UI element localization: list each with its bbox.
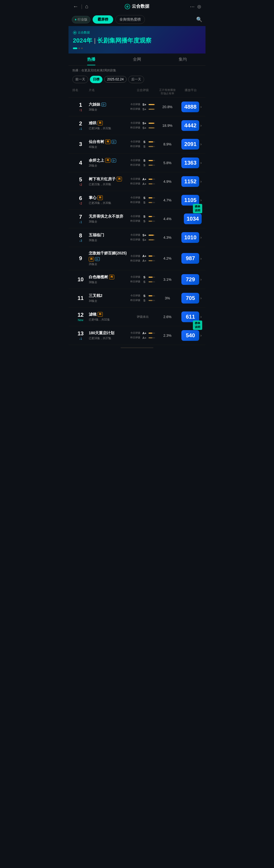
- bangdan-label[interactable]: 榜单说明: [193, 204, 202, 213]
- title-name: 掌心网: [89, 195, 130, 200]
- rating-grade: A+: [141, 254, 147, 258]
- yesterday-bar-fill: [148, 260, 152, 261]
- rank-number: 13: [77, 331, 83, 337]
- market-col: 8.9%: [155, 142, 180, 146]
- score-arrow: ›: [200, 296, 202, 300]
- target-icon[interactable]: ◎: [197, 4, 201, 9]
- title-name: 怎敌她千娇百媚(2025)网▷: [89, 251, 130, 261]
- bangdan-label[interactable]: 榜单说明: [193, 320, 202, 330]
- title-sub: 38集全: [89, 108, 130, 112]
- badge-net: 网: [117, 177, 122, 181]
- score-box: 4442: [181, 120, 199, 131]
- rating-col: 今日评级 S+ 昨日评级 S+: [130, 103, 155, 111]
- title-name: 三叉戟2: [89, 293, 130, 298]
- search-icon[interactable]: 🔍: [196, 17, 202, 23]
- yesterday-label: 昨日评级: [130, 163, 140, 167]
- yesterday-label: 昨日评级: [130, 107, 140, 111]
- yesterday-rating-row: 昨日评级 S: [130, 280, 155, 283]
- score-arrow: ›: [200, 277, 202, 282]
- table-row[interactable]: 6 ↑2 掌心网 已更26集，共30集 今日评级 S 昨日评级: [69, 191, 205, 210]
- yesterday-bar-fill: [148, 202, 152, 203]
- score-arrow: ›: [200, 256, 202, 261]
- table-row[interactable]: 5 ↑2 树下有片红房子网 已更22集，共30集 今日评级 A+ 昨日评级: [69, 172, 205, 191]
- today-label: 今日评级: [130, 331, 140, 335]
- home-icon[interactable]: ⌂: [85, 3, 89, 10]
- today-bar-fill: [148, 104, 155, 105]
- table-row[interactable]: 10 白色橄榄树网 38集全 今日评级 S 昨日评级 S: [69, 270, 205, 289]
- more-icon[interactable]: ···: [190, 3, 195, 10]
- rank-col: 4: [72, 160, 89, 166]
- yesterday-bar-bg: [148, 221, 155, 222]
- yesterday-bar-fill: [148, 300, 152, 301]
- title-name: 树下有片红房子网: [89, 177, 130, 182]
- rank-change: ↓1: [79, 221, 82, 224]
- th-rank: 排名: [72, 88, 89, 95]
- title-col: 树下有片红房子网 已更22集，共30集: [89, 177, 130, 186]
- rating-grade: S: [141, 215, 147, 218]
- table-row[interactable]: 12 New 滤镜网 已更4集，共32集 评级未出 2.6% 611 › 榜单说…: [69, 308, 205, 326]
- market-col: 4.3%: [155, 236, 180, 240]
- table-row[interactable]: 9 怎敌她千娇百媚(2025)网▷ 26集全 今日评级 A+ 昨日评级: [69, 247, 205, 270]
- bangdan-badge[interactable]: 榜单说明: [193, 320, 202, 330]
- banner: 云合数据 2024年 | 长剧集网播年度观察: [69, 26, 205, 54]
- title-col: 仙台有树网▷ 40集全: [89, 140, 130, 149]
- sub-tab-allnet[interactable]: 全网: [114, 54, 160, 65]
- yesterday-bar-fill: [148, 183, 152, 184]
- today-rating-row: 今日评级 S+: [130, 103, 155, 106]
- badge-net: 网: [98, 312, 103, 317]
- rank-number: 5: [79, 177, 82, 183]
- today-bar-bg: [148, 216, 155, 217]
- rating-wrapper: 今日评级 S 昨日评级 S: [130, 196, 155, 204]
- next-day-btn[interactable]: 后一天: [128, 76, 144, 83]
- yesterday-label: 昨日评级: [130, 126, 140, 129]
- today-bar-fill: [148, 160, 153, 161]
- table-row[interactable]: 13 ↓1 180天重启计划 已更16集，共27集 今日评级 A+ 昨日评级: [69, 326, 205, 345]
- header-left: ← | ⌂: [73, 3, 89, 10]
- title-sub: 34集全: [89, 299, 130, 303]
- badge-net: 网: [98, 195, 103, 200]
- badge-net: 网: [98, 121, 103, 125]
- score-box: 1152: [181, 176, 199, 187]
- rank-change: ↑2: [79, 202, 82, 205]
- back-icon[interactable]: ←: [73, 3, 78, 10]
- table-row[interactable]: 3 仙台有树网▷ 40集全 今日评级 S 昨日评级 S: [69, 135, 205, 154]
- today-bar-bg: [148, 141, 155, 143]
- daily-rank-btn[interactable]: 日榜: [90, 76, 102, 83]
- bangdan-badge[interactable]: 榜单说明: [193, 204, 202, 213]
- score-arrow: ›: [200, 198, 202, 202]
- svg-point-1: [126, 5, 129, 8]
- score-col: 1363 ›: [180, 157, 202, 168]
- today-bar-fill: [148, 141, 153, 143]
- tab-baping[interactable]: 霸屏榜: [93, 16, 113, 24]
- rating-wrapper: 今日评级 S 昨日评级 S: [130, 159, 155, 167]
- rating-grade: S+: [141, 103, 147, 106]
- score-box: 1034: [184, 214, 202, 224]
- sub-tab-episode[interactable]: 集均: [160, 54, 205, 65]
- yesterday-bar-bg: [148, 109, 155, 110]
- yesterday-bar-fill: [148, 165, 152, 166]
- market-col: 4.7%: [155, 198, 180, 202]
- sub-tab-hotplay[interactable]: 热播: [69, 54, 114, 65]
- filter-note: 热播：在更及完结未满2周的剧集: [72, 68, 202, 72]
- yesterday-bar-fill: [148, 109, 154, 110]
- today-bar-fill: [148, 179, 152, 180]
- today-rating-row: 今日评级 S: [130, 215, 155, 218]
- table-row[interactable]: 11 三叉戟2 34集全 今日评级 S 昨日评级 S: [69, 289, 205, 308]
- app-container: ← | ⌂ 云合数据 ··· ◎ ♦ 行业版 霸屏榜 全舆情热度榜 🔍: [69, 0, 205, 348]
- score-arrow: ›: [200, 314, 202, 319]
- table-row[interactable]: 8 ↓3 五福临门 36集全 今日评级 S+ 昨日评级 S+: [69, 228, 205, 247]
- prev-day-btn[interactable]: 前一天: [72, 76, 88, 83]
- table-row[interactable]: 1 ↑1 六姊妹▷ 38集全 今日评级 S+ 昨日评级 S+: [69, 98, 205, 116]
- tab-quyu[interactable]: 全舆情热度榜: [115, 15, 145, 24]
- rank-number: 4: [79, 160, 82, 166]
- score-col: 4442 ›: [180, 120, 202, 131]
- rating-wrapper: 今日评级 S 昨日评级 S: [130, 275, 155, 283]
- table-row[interactable]: 7 ↓1 无所畏惧之永不放弃 38集全 今日评级 S 昨日评级: [69, 210, 205, 228]
- title-sub: 38集全: [89, 280, 130, 284]
- yesterday-rating-row: 昨日评级 S: [130, 299, 155, 302]
- rating-wrapper: 今日评级 S 昨日评级 S: [130, 294, 155, 302]
- title-sub: 已更22集，共30集: [89, 183, 130, 186]
- table-row[interactable]: 4 余烬之上网▷ 28集全 今日评级 S 昨日评级 S: [69, 154, 205, 172]
- table-row[interactable]: 2 ↓1 难哄网 已更14集，共32集 今日评级 S+ 昨日评级: [69, 116, 205, 135]
- rating-wrapper: 今日评级 S+ 昨日评级 S+: [130, 121, 155, 129]
